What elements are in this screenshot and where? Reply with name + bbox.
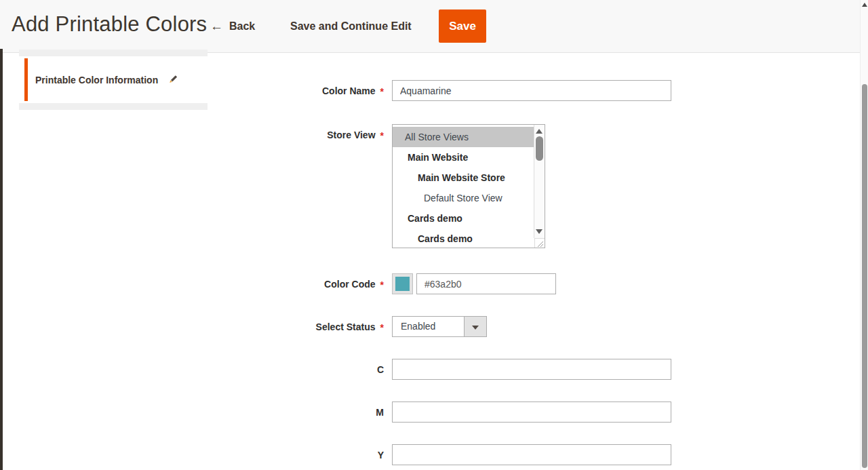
page-scrollbar-thumb[interactable]	[862, 84, 867, 468]
required-asterisk: *	[380, 86, 384, 97]
color-code-input[interactable]	[416, 273, 556, 294]
y-label: Y	[241, 444, 384, 465]
page-title: Add Printable Colors	[12, 12, 207, 37]
option-default-store-view[interactable]: Default Store View	[393, 188, 534, 208]
save-button[interactable]: Save	[439, 9, 486, 43]
resize-grip[interactable]	[534, 238, 545, 248]
required-asterisk: *	[380, 130, 384, 141]
store-view-options: All Store Views Main Website Main Websit…	[393, 125, 534, 248]
color-swatch-box[interactable]	[392, 273, 413, 294]
chevron-down-icon	[472, 326, 479, 330]
active-tab-accent-bar	[24, 58, 28, 101]
color-name-label: Color Name *	[241, 80, 384, 101]
option-cards-demo[interactable]: Cards demo	[393, 208, 534, 229]
color-name-input[interactable]	[392, 80, 671, 101]
store-view-multiselect[interactable]: All Store Views Main Website Main Websit…	[392, 124, 545, 248]
admin-menu-edge[interactable]	[0, 49, 3, 470]
required-asterisk: *	[380, 322, 384, 333]
section-tabs: Printable Color Information	[19, 50, 208, 110]
m-label: M	[241, 402, 384, 423]
y-input[interactable]	[392, 444, 671, 465]
scroll-up-arrow-icon[interactable]	[536, 129, 542, 134]
option-cards-demo-store[interactable]: Cards demo	[393, 229, 534, 248]
save-and-continue-button[interactable]: Save and Continue Edit	[290, 18, 412, 35]
required-asterisk: *	[380, 279, 384, 290]
option-main-website[interactable]: Main Website	[393, 147, 534, 168]
select-status-label: Select Status *	[241, 316, 384, 337]
m-input[interactable]	[392, 402, 671, 423]
option-all-store-views[interactable]: All Store Views	[393, 127, 534, 147]
edit-pencil-icon	[167, 74, 178, 85]
tab-strip-bottom	[19, 103, 208, 110]
store-view-label: Store View *	[241, 125, 384, 140]
back-button[interactable]: ← Back	[210, 18, 255, 35]
status-select[interactable]: Enabled	[392, 316, 487, 337]
page-header: Add Printable Colors ← Back Save and Con…	[0, 0, 868, 53]
page-scrollbar[interactable]	[860, 0, 868, 470]
color-code-label: Color Code *	[241, 273, 384, 294]
store-view-scrollbar-thumb[interactable]	[536, 136, 543, 161]
c-label: C	[241, 359, 384, 380]
option-main-website-store[interactable]: Main Website Store	[393, 168, 534, 188]
scroll-down-arrow-icon[interactable]	[536, 229, 542, 234]
color-swatch[interactable]	[395, 277, 410, 291]
status-select-arrow-button[interactable]	[464, 317, 486, 336]
back-arrow-icon: ←	[210, 20, 223, 33]
back-button-label: Back	[229, 20, 255, 33]
c-input[interactable]	[392, 359, 671, 380]
page-scroll-up-arrow-icon[interactable]	[862, 3, 867, 7]
tab-printable-color-information[interactable]: Printable Color Information	[19, 56, 208, 103]
store-view-scrollbar[interactable]	[534, 125, 545, 238]
tab-strip-top	[19, 50, 208, 56]
tab-label: Printable Color Information	[35, 75, 158, 85]
